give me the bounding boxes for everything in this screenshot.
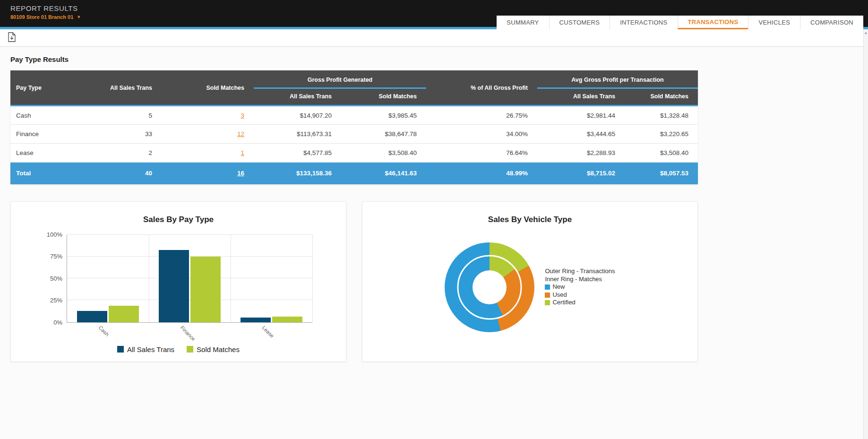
cell-avg-sold: $3,508.40 xyxy=(625,144,698,163)
cell-gp-sold: $3,985.45 xyxy=(341,106,426,125)
gridline-vertical xyxy=(312,235,313,322)
bar-finance-all-sales-trans[interactable] xyxy=(159,250,189,322)
legend-swatch xyxy=(187,346,193,353)
tab-customers[interactable]: CUSTOMERS xyxy=(549,16,610,29)
x-axis-label: Finance xyxy=(179,325,196,342)
donut-chart-card: Sales By Vehicle Type Outer Ring - Trans… xyxy=(362,201,698,362)
donut-chart: Outer Ring - Transactions Inner Ring - M… xyxy=(362,242,697,332)
download-document-icon xyxy=(8,32,16,43)
sold-matches-link[interactable]: 16 xyxy=(237,170,244,177)
donut-legend-swatch xyxy=(545,293,550,298)
bar-group-cash: Cash xyxy=(67,235,149,322)
bar-groups: CashFinanceLease xyxy=(67,235,312,322)
cell-pct: 76.64% xyxy=(426,144,537,163)
tab-summary[interactable]: SUMMARY xyxy=(497,16,549,29)
vertical-scrollbar[interactable]: ▲ xyxy=(863,29,868,439)
cell-avg-sold: $8,057.53 xyxy=(625,163,698,184)
bar-chart-card: Sales By Pay Type 0%25%50%75%100% CashFi… xyxy=(10,201,346,362)
sold-matches-link[interactable]: 12 xyxy=(237,130,244,138)
bar-lease-sold-matches[interactable] xyxy=(272,317,302,322)
cell-pay-type: Finance xyxy=(10,125,93,144)
table-row-total: Total 40 16 $133,158.36 $46,141.63 48.99… xyxy=(10,163,698,184)
tab-comparison[interactable]: COMPARISON xyxy=(800,16,863,29)
sold-matches-link[interactable]: 3 xyxy=(241,112,244,119)
col-header-all-sales-trans: All Sales Trans xyxy=(93,70,162,106)
donut-legend-note: Inner Ring - Matches xyxy=(545,275,615,284)
cell-avg-all: $8,715.02 xyxy=(537,163,625,184)
main-content: Pay Type Results Pay Type All Sales Tran… xyxy=(0,47,868,362)
donut-legend: Outer Ring - Transactions Inner Ring - M… xyxy=(545,267,615,307)
store-selector-label: 80109 Store 01 Branch 01 xyxy=(10,14,73,20)
cell-pct: 48.99% xyxy=(426,163,537,184)
cell-gp-all: $4,577.85 xyxy=(254,144,341,163)
cell-avg-sold: $3,220.65 xyxy=(625,125,698,144)
donut-legend-item-certified: Certified xyxy=(545,299,615,307)
donut-legend-label: New xyxy=(552,283,565,291)
donut-legend-label: Used xyxy=(552,291,567,299)
cell-pay-type: Cash xyxy=(10,106,93,125)
bar-group-finance: Finance xyxy=(149,235,231,322)
cell-all-sales-trans: 40 xyxy=(93,163,162,184)
bar-plot-area: CashFinanceLease xyxy=(67,235,312,323)
store-selector[interactable]: 80109 Store 01 Branch 01 ▼ xyxy=(10,14,81,20)
x-axis-label: Lease xyxy=(261,325,275,339)
x-axis-label: Cash xyxy=(97,325,110,337)
sub-header-gp-sold-matches: Sold Matches xyxy=(341,88,426,106)
bar-chart: 0%25%50%75%100% CashFinanceLease xyxy=(44,235,346,323)
cell-gp-all: $113,673.31 xyxy=(254,125,341,144)
cell-pct: 34.00% xyxy=(426,125,537,144)
donut-hole xyxy=(473,270,507,304)
bar-finance-sold-matches[interactable] xyxy=(190,257,221,322)
table-row-lease: Lease 2 1 $4,577.85 $3,508.40 76.64% $2,… xyxy=(10,144,698,163)
legend-label: All Sales Trans xyxy=(127,345,174,353)
col-header-pay-type: Pay Type xyxy=(10,70,93,106)
export-button[interactable] xyxy=(5,31,19,45)
chevron-down-icon: ▼ xyxy=(77,15,81,19)
bar-legend: All Sales TransSold Matches xyxy=(11,345,346,353)
scroll-up-arrow[interactable]: ▲ xyxy=(864,29,868,35)
toolbar xyxy=(0,29,868,47)
pay-type-results-table: Pay Type All Sales Trans Sold Matches Gr… xyxy=(10,70,698,184)
app-header: REPORT RESULTS 80109 Store 01 Branch 01 … xyxy=(0,0,868,29)
table-row-cash: Cash 5 3 $14,907.20 $3,985.45 26.75% $2,… xyxy=(10,106,698,125)
cell-gp-all: $133,158.36 xyxy=(254,163,341,184)
legend-swatch xyxy=(117,346,124,353)
donut-outer-ring[interactable] xyxy=(445,242,534,332)
tab-interactions[interactable]: INTERACTIONS xyxy=(610,16,677,29)
bar-group-lease: Lease xyxy=(231,235,312,322)
bar-lease-all-sales-trans[interactable] xyxy=(241,318,271,322)
col-header-sold-matches: Sold Matches xyxy=(162,70,254,106)
table-row-finance: Finance 33 12 $113,673.31 $38,647.78 34.… xyxy=(10,125,698,144)
y-tick-label: 75% xyxy=(50,253,62,260)
sub-header-avg-sold-matches: Sold Matches xyxy=(625,88,698,106)
tab-vehicles[interactable]: VEHICLES xyxy=(748,16,800,29)
col-header-pct-gross-profit: % of All Gross Profit xyxy=(426,70,537,106)
cell-avg-all: $2,288.93 xyxy=(537,144,625,163)
sub-header-gp-all-sales: All Sales Trans xyxy=(254,88,341,106)
bar-cash-all-sales-trans[interactable] xyxy=(77,311,107,322)
cell-avg-sold: $1,328.48 xyxy=(625,106,698,125)
bar-chart-title: Sales By Pay Type xyxy=(11,215,346,224)
section-title: Pay Type Results xyxy=(10,55,858,63)
cell-avg-all: $2,981.44 xyxy=(537,106,625,125)
donut-legend-note: Outer Ring - Transactions xyxy=(545,267,615,275)
donut-legend-swatch xyxy=(545,284,550,290)
bar-y-axis: 0%25%50%75%100% xyxy=(44,235,67,323)
tab-transactions[interactable]: TRANSACTIONS xyxy=(678,16,748,29)
legend-item-sold-matches[interactable]: Sold Matches xyxy=(187,345,240,353)
donut-legend-label: Certified xyxy=(552,299,575,307)
cell-gp-all: $14,907.20 xyxy=(254,106,341,125)
y-tick-label: 25% xyxy=(50,297,62,304)
donut-legend-item-used: Used xyxy=(545,291,615,299)
group-header-gross-profit: Gross Profit Generated xyxy=(254,70,426,88)
legend-item-all-sales-trans[interactable]: All Sales Trans xyxy=(117,345,174,353)
tab-bar: SUMMARY CUSTOMERS INTERACTIONS TRANSACTI… xyxy=(497,16,863,29)
cell-all-sales-trans: 5 xyxy=(93,106,162,125)
cell-avg-all: $3,444.65 xyxy=(537,125,625,144)
cell-gp-sold: $3,508.40 xyxy=(341,144,426,163)
donut-chart-title: Sales By Vehicle Type xyxy=(362,215,697,224)
sub-header-avg-all-sales: All Sales Trans xyxy=(537,88,625,106)
donut-legend-swatch xyxy=(545,300,550,305)
bar-cash-sold-matches[interactable] xyxy=(109,306,139,322)
sold-matches-link[interactable]: 1 xyxy=(241,149,244,156)
